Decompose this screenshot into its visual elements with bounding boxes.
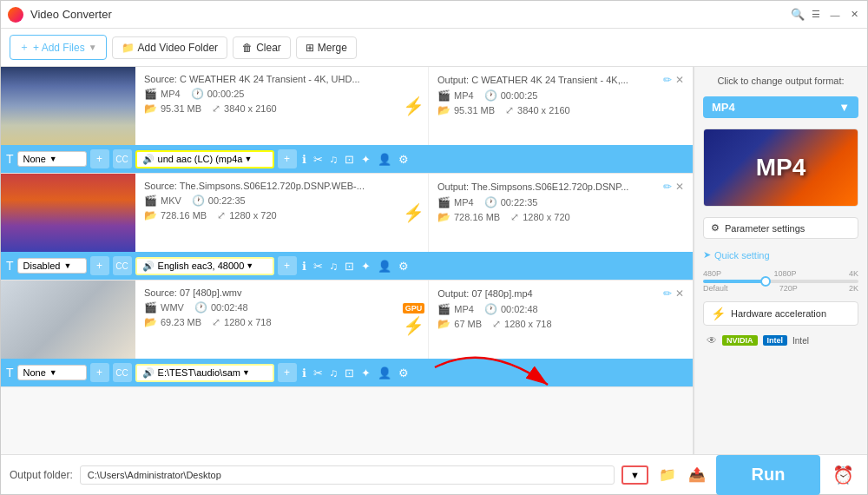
src-res-2: ⤢ 1280 x 720 — [217, 209, 276, 221]
info-icon-3[interactable]: ℹ — [300, 365, 308, 381]
crop-icon-2[interactable]: ⊡ — [343, 258, 356, 274]
effect-icon-1[interactable]: ✦ — [359, 151, 372, 168]
edit-icon-3[interactable]: ✏ — [663, 287, 672, 300]
out-res-label: 3840 x 2160 — [517, 105, 570, 116]
format-label-2: MKV — [161, 195, 181, 206]
subtitle-cc-btn-3[interactable]: CC — [113, 363, 132, 382]
out-size-meta-1: 📂 95.31 MB ⤢ 3840 x 2160 — [437, 104, 684, 116]
open-output-button[interactable]: 📤 — [685, 463, 709, 487]
close-output-icon-2[interactable]: ✕ — [675, 181, 684, 193]
effect-icon-2[interactable]: ✦ — [359, 258, 372, 274]
source-size-meta-3: 📂 69.23 MB ⤢ 1280 x 718 — [144, 316, 391, 328]
add-folder-button[interactable]: 📁 Add Video Folder — [112, 36, 228, 59]
clock-icon: 🕐 — [191, 88, 204, 100]
out-res-icon-2: ⤢ — [510, 211, 519, 223]
cut-icon-2[interactable]: ✂ — [312, 258, 325, 274]
audio-wave-icon-2[interactable]: ♫ — [328, 258, 340, 274]
minimize-button[interactable]: — — [829, 9, 841, 21]
person-icon-3[interactable]: 👤 — [376, 365, 393, 381]
run-button[interactable]: Run — [716, 455, 820, 495]
subtitle-select-2[interactable]: Disabled ▼ — [17, 258, 87, 274]
subtitle-select-3[interactable]: None ▼ — [17, 365, 87, 380]
add-files-button[interactable]: ＋ + Add Files ▼ — [10, 35, 107, 60]
audio-wave-icon-1[interactable]: ♫ — [328, 151, 340, 168]
audio-select-3[interactable]: 🔊 E:\TEST\audio\sam ▼ — [135, 364, 274, 382]
format-dropdown[interactable]: MP4 ▼ — [703, 96, 858, 118]
info-icon-2[interactable]: ℹ — [300, 258, 308, 274]
format-label: MP4 — [161, 89, 181, 99]
format-label: Click to change output format: — [703, 76, 858, 86]
output-dropdown-button[interactable]: ▼ — [621, 465, 648, 485]
quality-slider-area[interactable]: 480P 1080P 4K Default 720P 2K — [703, 267, 858, 294]
subtitle-select-1[interactable]: None ▼ — [17, 151, 87, 167]
hw-label: Hardware acceleration — [731, 308, 826, 319]
out-format-1: 🎬 MP4 — [437, 89, 474, 102]
output-icons: 📁 📤 — [655, 463, 709, 487]
add-audio-btn[interactable]: + — [278, 149, 297, 168]
audio-select-2[interactable]: 🔊 English eac3, 48000 ▼ — [135, 257, 274, 275]
src-size-3: 📂 69.23 MB — [144, 316, 201, 328]
audio-select-1[interactable]: 🔊 und aac (LC) (mp4a ▼ — [135, 150, 274, 168]
search-icon[interactable]: 🔍 — [791, 8, 805, 21]
crop-icon-3[interactable]: ⊡ — [343, 365, 356, 381]
subtitle-cc-btn-2[interactable]: CC — [113, 256, 132, 275]
subtitle-value-3: None — [23, 367, 46, 378]
file-list-container: Source: C WEATHER 4K 24 Transient - 4K, … — [1, 67, 694, 454]
clear-button[interactable]: 🗑 Clear — [233, 36, 291, 59]
person-icon-1[interactable]: 👤 — [376, 151, 393, 168]
close-button[interactable]: ✕ — [848, 9, 860, 21]
cut-icon-3[interactable]: ✂ — [312, 365, 325, 381]
quality-slider[interactable] — [703, 280, 858, 283]
lightning-icon-2: ⚡ — [403, 202, 424, 223]
output-path-field[interactable]: C:\Users\Administrator\Desktop — [80, 465, 615, 485]
size-label-3: 69.23 MB — [161, 317, 201, 327]
audio-value-2: English eac3, 48000 — [158, 261, 245, 271]
settings-icon-2[interactable]: ⚙ — [397, 258, 411, 274]
browse-folder-button[interactable]: 📁 — [655, 463, 680, 487]
settings-icon-1[interactable]: ⚙ — [397, 151, 411, 168]
settings-icon-3[interactable]: ⚙ — [397, 365, 411, 381]
menu-icon[interactable]: ☰ — [810, 9, 822, 21]
parameter-settings-button[interactable]: ⚙ Parameter settings — [703, 217, 858, 239]
add-subtitle-btn-2[interactable]: + — [90, 256, 109, 275]
cut-icon-1[interactable]: ✂ — [312, 151, 325, 168]
src-res-3: ⤢ 1280 x 718 — [212, 316, 271, 328]
out-size-label: 95.31 MB — [454, 105, 495, 116]
add-audio-btn-3[interactable]: + — [278, 363, 297, 382]
label-default: Default — [703, 284, 728, 293]
out-clock-icon: 🕐 — [484, 89, 497, 102]
quick-icon: ➤ — [703, 249, 711, 261]
crop-icon-1[interactable]: ⊡ — [343, 151, 356, 168]
file-both: Source: C WEATHER 4K 24 Transient - 4K, … — [135, 67, 693, 145]
subtitle-cc-btn[interactable]: CC — [113, 149, 132, 168]
add-audio-btn-2[interactable]: + — [278, 256, 297, 275]
subtitle-icon-2: T — [6, 259, 14, 273]
out-size-meta-2: 📂 728.16 MB ⤢ 1280 x 720 — [437, 211, 684, 223]
merge-button[interactable]: ⊞ Merge — [296, 36, 357, 59]
add-subtitle-btn[interactable]: + — [90, 149, 109, 168]
edit-icon[interactable]: ✏ — [663, 74, 672, 86]
out-format-label: MP4 — [454, 90, 474, 101]
audio-icon: 🔊 — [142, 154, 155, 165]
close-output-icon[interactable]: ✕ — [675, 74, 684, 86]
audio-wave-icon-3[interactable]: ♫ — [328, 365, 340, 381]
person-icon-2[interactable]: 👤 — [376, 258, 393, 274]
audio-value: und aac (LC) (mp4a — [158, 154, 243, 164]
out-dur-label: 00:00:25 — [501, 90, 538, 101]
src-duration-3: 🕐 00:02:48 — [194, 301, 248, 314]
intel-label-text: Intel — [767, 336, 784, 345]
out-size-meta-3: 📂 67 MB ⤢ 1280 x 718 — [437, 318, 684, 330]
add-subtitle-btn-3[interactable]: + — [90, 363, 109, 382]
label-1080p: 1080P — [773, 269, 796, 278]
param-label: Parameter settings — [725, 223, 805, 234]
edit-icon-2[interactable]: ✏ — [663, 181, 672, 193]
file-list: Source: C WEATHER 4K 24 Transient - 4K, … — [1, 67, 694, 454]
hardware-acceleration-button[interactable]: ⚡ Hardware acceleration — [703, 301, 858, 326]
info-icon-1[interactable]: ℹ — [300, 151, 308, 168]
alarm-button[interactable]: ⏰ — [827, 459, 858, 491]
clock-icon-3: 🕐 — [194, 301, 207, 314]
source-col-3: Source: 07 [480p].wmv 🎬 WMV 🕐 — [135, 280, 399, 359]
close-output-icon-3[interactable]: ✕ — [675, 287, 684, 300]
effect-icon-3[interactable]: ✦ — [359, 365, 372, 381]
audio-value-3: E:\TEST\audio\sam — [158, 367, 240, 378]
